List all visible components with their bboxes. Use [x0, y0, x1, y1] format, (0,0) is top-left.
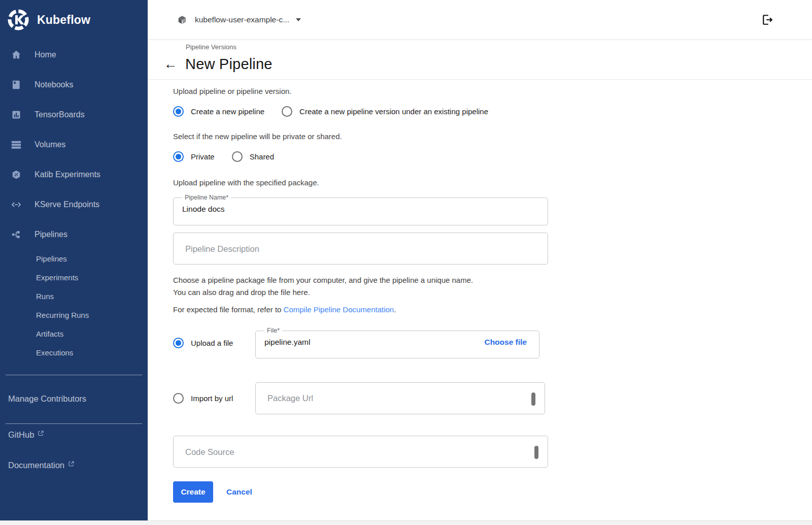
cancel-button[interactable]: Cancel — [226, 487, 252, 497]
sidebar-item-volumes[interactable]: Volumes — [0, 129, 148, 159]
radio-create-new-pipeline[interactable] — [173, 106, 184, 117]
logo-text: Kubeflow — [37, 13, 90, 27]
sidebar-item-tensorboards[interactable]: TensorBoards — [0, 100, 148, 129]
radio-import-by-url[interactable] — [173, 393, 184, 404]
format-prefix: For expected file format, refer to — [173, 305, 284, 314]
sidebar-divider — [6, 423, 142, 424]
scrollbar-thumb[interactable] — [534, 446, 538, 459]
choose-file-button[interactable]: Choose file — [484, 338, 527, 347]
namespace-label: kubeflow-user-example-c... — [195, 15, 289, 24]
sidebar-item-label: TensorBoards — [35, 110, 85, 119]
subnav-item-runs[interactable]: Runs — [0, 287, 148, 306]
radio-shared[interactable] — [232, 151, 243, 162]
kubeflow-logo-icon — [7, 9, 29, 31]
namespace-selector[interactable]: kubeflow-user-example-c... — [177, 14, 301, 25]
radio-private[interactable] — [173, 151, 184, 162]
import-url-row: Import by url Package Url — [173, 382, 812, 414]
radio-label: Create a new pipeline — [191, 107, 264, 116]
github-label: GitHub — [8, 430, 34, 440]
subnav-item-executions[interactable]: Executions — [0, 343, 148, 362]
sidebar-item-home[interactable]: Home — [0, 40, 148, 70]
upload-file-row: Upload a file File* pipeline.yaml Choose… — [173, 327, 812, 358]
choose-line1: Choose a pipeline package file from your… — [173, 276, 473, 284]
external-link-icon — [38, 429, 44, 439]
choose-file-help-text: Choose a pipeline package file from your… — [173, 274, 812, 299]
sidebar-item-pipelines[interactable]: Pipelines — [0, 219, 148, 249]
sidebar-item-kserve-endpoints[interactable]: KServe Endpoints — [0, 189, 148, 219]
logout-icon — [760, 13, 774, 27]
file-field-inner: pipeline.yaml Choose file — [264, 338, 539, 347]
sidebar-item-label: KServe Endpoints — [35, 200, 99, 209]
sidebar-item-katib-experiments[interactable]: Katib Experiments — [0, 159, 148, 189]
radio-label: Create a new pipeline version under an e… — [299, 107, 488, 116]
logout-button[interactable] — [760, 12, 775, 27]
package-section-label: Upload pipeline with the specified packa… — [173, 178, 812, 187]
code-source-placeholder: Code Source — [185, 447, 234, 456]
form-actions: Create Cancel — [173, 481, 812, 503]
main-content: kubeflow-user-example-c... Pipeline Vers… — [148, 0, 812, 525]
subnav-item-pipelines[interactable]: Pipelines — [0, 249, 148, 268]
visibility-section-label: Select if the new pipeline will be priva… — [173, 132, 812, 141]
pipeline-name-value: Linode docs — [182, 205, 548, 214]
notebook-icon — [10, 79, 22, 91]
sidebar-nav: Home Notebooks TensorBoards Volumes Kati… — [0, 40, 148, 362]
pipeline-name-field[interactable]: Pipeline Name* Linode docs — [173, 194, 548, 225]
sidebar-item-label: Volumes — [35, 140, 65, 149]
external-link-icon — [68, 460, 75, 469]
subnav-label: Executions — [36, 348, 73, 357]
sidebar-link-documentation[interactable]: Documentation — [0, 461, 148, 485]
pipelines-subnav: Pipelines Experiments Runs Recurring Run… — [0, 249, 148, 362]
subnav-label: Recurring Runs — [36, 311, 89, 319]
package-url-placeholder: Package Url — [267, 393, 313, 403]
sidebar: Kubeflow Home Notebooks TensorBoards Vol… — [0, 0, 148, 525]
compile-pipeline-documentation-link[interactable]: Compile Pipeline Documentation — [284, 305, 394, 314]
subnav-label: Experiments — [36, 273, 78, 282]
sidebar-item-label: Pipelines — [35, 230, 67, 239]
choose-line2: You can also drag and drop the file here… — [173, 288, 310, 297]
volumes-icon — [10, 139, 22, 151]
manage-contributors-label: Manage Contributors — [8, 394, 86, 404]
title-row: ← New Pipeline — [163, 56, 812, 73]
radio-upload-a-file[interactable] — [173, 338, 184, 348]
sidebar-item-manage-contributors[interactable]: Manage Contributors — [0, 386, 148, 411]
subnav-label: Artifacts — [36, 330, 63, 338]
sidebar-divider — [6, 375, 142, 375]
code-source-field[interactable]: Code Source — [173, 436, 548, 468]
package-url-field[interactable]: Package Url — [255, 382, 545, 414]
sidebar-item-notebooks[interactable]: Notebooks — [0, 70, 148, 100]
create-button[interactable]: Create — [173, 481, 213, 503]
top-bar: kubeflow-user-example-c... — [148, 0, 812, 40]
documentation-label: Documentation — [8, 461, 64, 470]
horizontal-scrollbar-track[interactable] — [0, 520, 812, 525]
pipeline-description-field[interactable]: Pipeline Description — [173, 233, 548, 265]
page-header: Pipeline Versions ← New Pipeline — [148, 40, 812, 80]
subnav-item-artifacts[interactable]: Artifacts — [0, 324, 148, 343]
pipeline-name-label: Pipeline Name* — [182, 194, 231, 201]
sidebar-item-label: Katib Experiments — [35, 170, 100, 179]
chevron-down-icon — [296, 18, 301, 21]
subnav-item-experiments[interactable]: Experiments — [0, 268, 148, 287]
kserve-icon — [10, 199, 22, 211]
file-field[interactable]: File* pipeline.yaml Choose file — [255, 327, 539, 358]
pipeline-description-placeholder: Pipeline Description — [185, 244, 259, 253]
import-url-radio-cell: Import by url — [173, 393, 255, 404]
sidebar-item-label: Home — [35, 50, 56, 59]
package-icon — [177, 14, 188, 25]
kubeflow-logo[interactable]: Kubeflow — [0, 0, 148, 40]
sidebar-link-github[interactable]: GitHub — [0, 430, 148, 454]
scrollbar-thumb[interactable] — [531, 392, 535, 406]
katib-icon — [10, 169, 22, 181]
visibility-radio-group: Private Shared — [173, 151, 812, 162]
pipelines-icon — [10, 228, 22, 241]
subnav-label: Runs — [36, 292, 54, 301]
home-icon — [10, 49, 22, 61]
new-pipeline-form: Upload pipeline or pipeline version. Cre… — [148, 80, 812, 503]
pipeline-type-radio-group: Create a new pipeline Create a new pipel… — [173, 106, 812, 117]
file-field-label: File* — [264, 327, 282, 334]
radio-label: Upload a file — [191, 339, 233, 347]
radio-label: Shared — [250, 152, 274, 161]
subnav-item-recurring-runs[interactable]: Recurring Runs — [0, 306, 148, 324]
upload-file-radio-cell: Upload a file — [173, 338, 255, 348]
radio-create-new-version[interactable] — [282, 106, 292, 117]
back-arrow-button[interactable]: ← — [163, 56, 178, 72]
